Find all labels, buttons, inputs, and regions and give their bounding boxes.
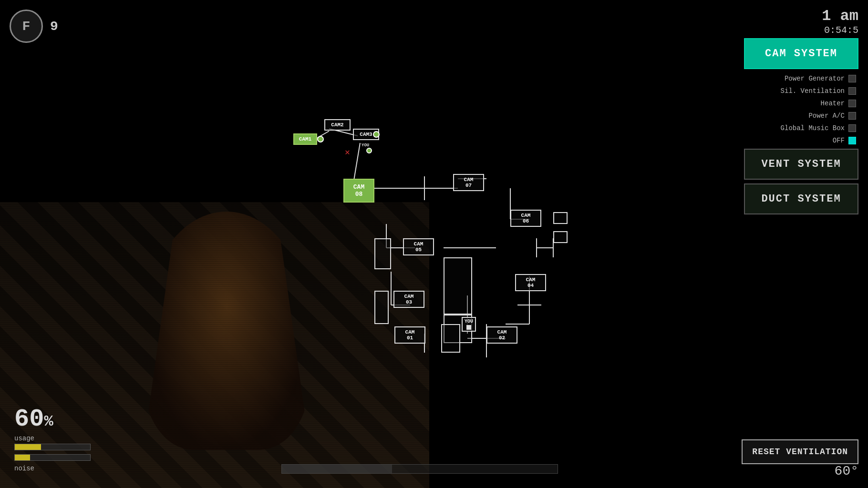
cam1-dot [317,136,324,142]
cam-side-box [374,238,391,269]
off-icon[interactable] [848,137,856,144]
off-control: OFF [744,135,858,146]
badge-icon: F [10,10,43,43]
cam-node-08[interactable]: CAM08 [343,179,374,203]
noise-bar-fill [15,455,30,460]
cam-node-04[interactable]: CAM04 [515,274,546,291]
heater-label: Heater [821,100,845,107]
power-percentage: 60% [14,407,91,432]
noise-bar [14,454,91,461]
power-ac-control: Power A/C [744,110,858,122]
top-left-hud: F 9 [10,10,58,43]
you-small-label: YOU [362,143,369,148]
temperature-display: 60° [835,464,858,478]
cam-node-03[interactable]: CAM03 [393,291,424,308]
cam-node-05[interactable]: CAM05 [403,238,434,255]
you-label: YOU [462,317,476,332]
ui-overlay: F 9 1 am 0:54:5 CAM SYSTEM Power Generat… [0,0,868,488]
cam-system-button[interactable]: CAM SYSTEM [744,38,858,69]
duct-system-button[interactable]: DUCT SYSTEM [744,183,858,214]
heater-control: Heater [744,98,858,109]
sub-controls-list: Power Generator Sil. Ventilation Heater … [744,73,858,146]
noise-bar-container: noise [14,454,91,472]
cam-node-1[interactable]: CAM1 [293,133,317,145]
vent-system-button[interactable]: VENT SYSTEM [744,149,858,180]
time-clock: 0:54:5 [822,25,858,36]
usage-bar-container: usage [14,435,91,450]
power-ac-label: Power A/C [808,112,845,120]
cam06-aux-box-top [553,212,568,224]
reset-ventilation-button[interactable]: RESET VENTILATION [742,439,858,464]
cam-node-06[interactable]: CAM06 [510,210,541,227]
usage-bar [14,444,91,450]
center-connector-box [444,257,472,315]
progress-fill [282,465,392,473]
power-display: 60% usage noise [14,407,91,474]
time-hour: 1 am [822,7,858,25]
power-ac-icon[interactable] [848,112,856,120]
off-label: OFF [833,137,845,144]
noise-label: noise [14,465,91,472]
cam03-left-box [374,291,389,324]
bottom-progress-bar [281,464,558,474]
global-music-box-control: Global Music Box [744,122,858,134]
cam-map-lines [281,105,591,381]
power-generator-control: Power Generator [744,73,858,84]
usage-label: usage [14,435,91,442]
bottom-connector-box [441,324,460,353]
power-generator-label: Power Generator [785,75,845,82]
you-small-dot [366,148,372,153]
cam-node-02[interactable]: CAM02 [486,326,517,344]
right-panel: CAM SYSTEM Power Generator Sil. Ventilat… [744,38,858,218]
sil-ventilation-control: Sil. Ventilation [744,85,858,97]
you-inner-box [466,325,471,330]
cam-node-2[interactable]: CAM2 [324,119,351,131]
cam3-dot [373,131,380,138]
cam-x-marker: ✕ [345,147,350,157]
sil-ventilation-label: Sil. Ventilation [781,87,845,95]
power-generator-icon[interactable] [848,75,856,82]
usage-bar-fill [15,444,41,450]
score-display: 9 [50,19,58,34]
sil-ventilation-icon[interactable] [848,87,856,95]
cam06-aux-box-bottom [553,231,568,243]
global-music-box-label: Global Music Box [781,124,845,132]
cam-node-07[interactable]: CAM07 [453,174,484,191]
global-music-box-icon[interactable] [848,124,856,132]
heater-icon[interactable] [848,100,856,107]
camera-map: CAM1 CAM2 CAM3 ✕ YOU CAM08 CAM07 CAM06 C… [281,105,591,381]
cam-node-01[interactable]: CAM01 [394,326,425,344]
time-display-container: 1 am 0:54:5 [822,7,858,36]
